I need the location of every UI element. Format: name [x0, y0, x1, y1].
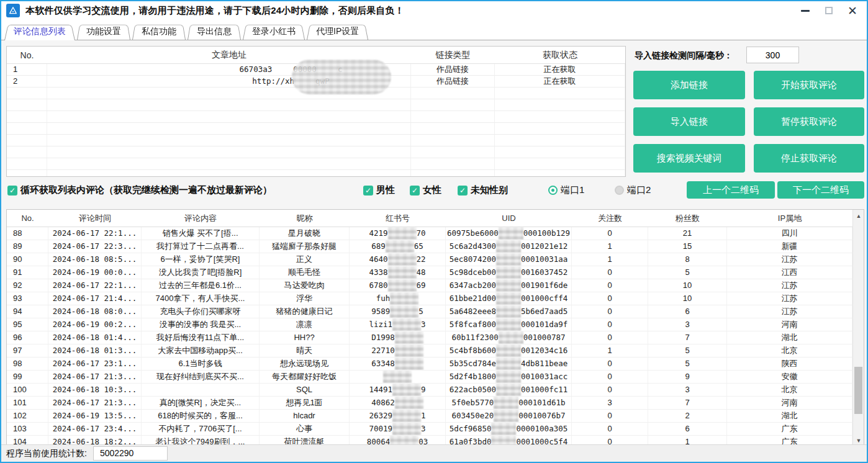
tab-private-message[interactable]: 私信功能	[132, 23, 186, 40]
table-row[interactable]: 1022024-06-19 13:5...618的时候买的，客服...hlcad…	[7, 410, 852, 423]
cell-link-type: 作品链接	[411, 76, 495, 87]
cell-comment-time: 2024-06-19 00:2...	[48, 318, 142, 331]
prev-qrcode-button[interactable]: 上一个二维码	[687, 181, 775, 199]
cell-nickname: 想再见1面	[260, 397, 350, 409]
censor-blur	[292, 60, 391, 94]
scrollbar-thumb[interactable]	[854, 367, 862, 414]
cell-uid: 60975be6000000100b129	[446, 227, 572, 240]
table-row[interactable]: 932024-06-17 21:4...7400拿下，有人手快买...浮华fuh…	[7, 292, 852, 305]
loop-fetch-checkbox[interactable]: ✓ 循环获取列表内评论（获取完继续检测一遍不放过最新评论）	[7, 184, 272, 196]
table-row[interactable]: 892024-06-17 22:3...我打算过了十二点再看...猛端廯子那条好…	[7, 240, 852, 253]
unknown-gender-checkbox[interactable]: ✓ 未知性别	[458, 184, 508, 196]
cell-comment-time: 2024-06-17 23:1...	[48, 357, 142, 370]
table-row[interactable]: 922024-06-17 22:1...过去的三年都是6.1价...马达爱吃肉6…	[7, 279, 852, 292]
table-row[interactable]: 992024-06-17 21:3...现在好纠结到底买不买...每天都耀好好吃…	[7, 371, 852, 384]
cell-fetch-status: 正在获取	[495, 76, 625, 87]
cell-uid: 5dcf968500000100a305	[446, 423, 572, 435]
female-checkbox[interactable]: ✓ 女性	[410, 184, 441, 196]
censor-blur	[388, 253, 417, 266]
censor-blur	[392, 410, 421, 422]
port1-label: 端口1	[561, 184, 584, 196]
cell-ip-region: 江苏	[727, 305, 852, 318]
port2-radio[interactable]: 端口2	[615, 184, 651, 196]
cell-fetch-status: 正在获取	[495, 64, 625, 75]
cell-comment-time: 2024-06-17 23:4...	[48, 423, 142, 435]
censor-blur	[496, 266, 521, 279]
table-row[interactable]: 982024-06-17 23:1...6.1当时多钱想永远现场见633485b…	[7, 357, 852, 371]
checkbox-checked-icon: ✓	[410, 186, 420, 196]
table-row[interactable]: 962024-06-18 01:4...我好后悔没有11点下单...HH??D1…	[7, 331, 852, 344]
cell-redbook-id: 22710	[350, 344, 446, 357]
window-title: 本软件仅供学习交流使用，请勿用于违法用途，请于下载后24小时内删除，否则后果自负…	[25, 5, 404, 17]
censor-blur	[496, 240, 521, 253]
cell-no: 103	[7, 423, 48, 435]
table-row[interactable]: 1012024-06-17 21:3...真的[微笑R]，决定买...想再见1面…	[7, 397, 852, 410]
cell-comment-time: 2024-06-17 22:3...	[48, 240, 142, 253]
cell-redbook-id: 95895	[350, 305, 446, 318]
column-header-no: No.	[7, 214, 48, 223]
pause-fetch-comments-button[interactable]: 暂停获取评论	[754, 107, 864, 136]
minimize-icon[interactable]	[798, 4, 812, 17]
cell-fans-count: 7	[648, 397, 727, 409]
table-row[interactable]: 902024-06-18 08:5...6一样，妥协了[笑哭R]正义464022…	[7, 253, 852, 266]
cell-no: 89	[7, 240, 48, 253]
column-header-follow-count: 关注数	[572, 213, 648, 224]
window-controls: ✕	[798, 1, 859, 20]
table-row-empty	[7, 146, 625, 158]
cell-fans-count: 5	[648, 266, 727, 279]
close-icon[interactable]: ✕	[846, 4, 859, 17]
cell-nickname: 晴天	[260, 344, 350, 357]
cell-redbook-id: 464022	[350, 253, 446, 266]
table-row-empty	[7, 158, 625, 170]
scrollbar[interactable]: ▲ ▼	[852, 210, 864, 446]
cell-no: 96	[7, 331, 48, 344]
cell-ip-region: 广东	[727, 423, 852, 435]
cell-nickname: 猛端廯子那条好腿	[260, 240, 350, 253]
table-row[interactable]: 942024-06-18 08:0...充电头子你们买哪家呀猪猪的健康日记958…	[7, 305, 852, 318]
search-video-keyword-button[interactable]: 搜索视频关键词	[633, 144, 745, 173]
table-row[interactable]: 952024-06-19 00:2...没事的没事的 我是买...凛凛lizi1…	[7, 318, 852, 331]
censor-blur	[395, 357, 423, 370]
tab-comment-list[interactable]: 评论信息列表	[4, 23, 75, 40]
cell-follow-count: 0	[572, 279, 648, 292]
cell-fans-count: 10	[648, 279, 727, 292]
radio-unselected-icon	[615, 186, 624, 195]
tab-label: 导出信息	[197, 26, 232, 37]
tab-proxy-ip-settings[interactable]: 代理IP设置	[307, 23, 368, 40]
female-label: 女性	[423, 184, 441, 196]
port1-radio[interactable]: 端口1	[548, 184, 584, 196]
table-row[interactable]: 882024-06-17 22:1...销售火爆 买不了[捂...星月破晓421…	[7, 227, 852, 240]
status-bar: 程序当前使用统计数: 5002290	[1, 444, 867, 462]
stop-fetch-comments-button[interactable]: 停止获取评论	[754, 144, 864, 173]
table-row[interactable]: 912024-06-19 00:0...没人比我贵了吧[捂脸R]顺毛毛怪4338…	[7, 266, 852, 279]
filter-bar: ✓ 循环获取列表内评论（获取完继续检测一遍不放过最新评论） ✓ 男性 ✓ 女性 …	[1, 180, 867, 201]
start-fetch-comments-button[interactable]: 开始获取评论	[754, 71, 864, 99]
add-link-button[interactable]: 添加链接	[633, 71, 745, 99]
interval-input[interactable]	[746, 47, 799, 63]
cell-uid: 603450e2000010076b7	[446, 410, 572, 422]
maximize-icon[interactable]	[822, 4, 836, 17]
cell-comment-time: 2024-06-17 22:1...	[48, 279, 142, 292]
cell-redbook-id	[350, 371, 446, 383]
censor-blur	[390, 292, 418, 305]
male-checkbox[interactable]: ✓ 男性	[363, 184, 395, 196]
cell-uid: 5a6482eee85b6ed7aad5	[446, 305, 572, 318]
censor-blur	[383, 371, 412, 383]
cell-follow-count: 0	[572, 423, 648, 435]
next-qrcode-button[interactable]: 下一个二维码	[777, 181, 864, 199]
tab-login-xiaohongshu[interactable]: 登录小红书	[243, 23, 305, 40]
table-row[interactable]: 972024-06-18 01:3...大家去中国移动app买...晴天2271…	[7, 344, 852, 357]
import-links-button[interactable]: 导入链接	[633, 107, 745, 136]
cell-no: 2	[7, 76, 47, 87]
tab-function-settings[interactable]: 功能设置	[77, 23, 130, 40]
table-row[interactable]: 1002024-06-18 10:3...SQL144919622acb0500…	[7, 384, 852, 397]
censor-blur	[392, 318, 421, 331]
scroll-up-icon[interactable]: ▲	[853, 210, 864, 221]
tab-export-info[interactable]: 导出信息	[188, 23, 241, 40]
table-row[interactable]: 1032024-06-17 23:4...不内耗了，7706买了[...心事70…	[7, 423, 852, 436]
cell-follow-count: 0	[572, 410, 648, 422]
cell-no: 95	[7, 318, 48, 331]
titlebar: 本软件仅供学习交流使用，请勿用于违法用途，请于下载后24小时内删除，否则后果自负…	[1, 1, 867, 20]
cell-ip-region: 新疆	[727, 240, 852, 253]
comment-table: No. 评论时间 评论内容 昵称 红书号 UID 关注数 粉丝数 IP属地 88…	[6, 209, 864, 447]
